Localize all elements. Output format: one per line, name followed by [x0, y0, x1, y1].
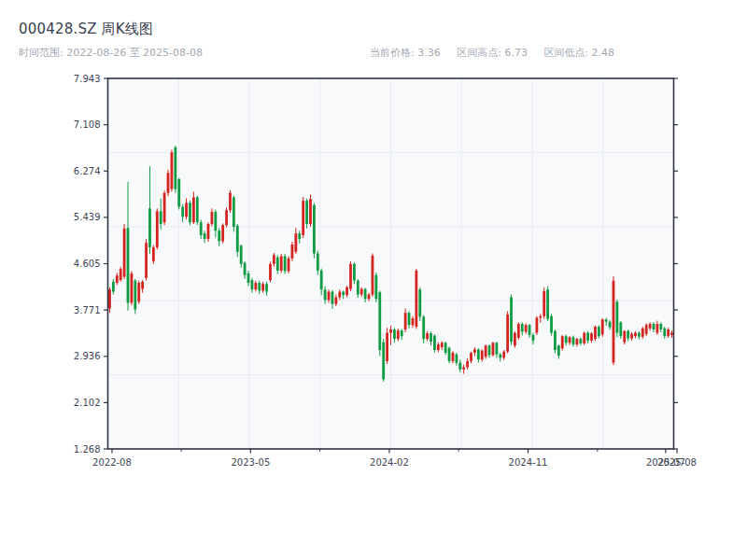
date-range-label: 时间范围: 2022-08-26 至 2025-08-08: [19, 46, 203, 60]
candle-body: [470, 353, 472, 361]
candle-body: [630, 334, 633, 339]
candle-body: [120, 269, 122, 280]
candle-body: [529, 325, 531, 335]
candle-body: [221, 225, 224, 241]
kline-window: 000428.SZ 周K线图 时间范围: 2022-08-26 至 2025-0…: [0, 0, 747, 560]
candle-body: [656, 324, 659, 333]
candle-body: [240, 245, 243, 264]
candle-body: [535, 318, 538, 333]
candle-body: [605, 319, 608, 321]
x-tick-label: 2022-08: [92, 457, 132, 468]
candle-body: [623, 331, 626, 343]
x-tick-label: 2025-08: [657, 457, 697, 468]
candle-body: [345, 287, 348, 295]
candle-body: [393, 329, 396, 339]
candle-body: [521, 324, 524, 331]
candle-body: [331, 292, 334, 304]
candle-body: [514, 333, 516, 346]
candle-body: [386, 333, 388, 361]
candle-body: [174, 147, 176, 189]
candle-body: [167, 173, 170, 192]
candle-body: [645, 325, 648, 334]
candle-body: [462, 367, 465, 369]
candle-body: [305, 201, 308, 224]
candle-body: [579, 339, 582, 343]
candle-body: [342, 292, 345, 296]
candle-body: [565, 336, 568, 343]
candle-body: [601, 319, 604, 334]
candle-body: [349, 264, 352, 289]
range-high-stat: 区间高点: 6.73: [457, 47, 528, 59]
candle-body: [653, 324, 655, 329]
candle-body: [546, 289, 549, 319]
candle-body: [481, 351, 484, 360]
candle-body: [244, 263, 247, 275]
candle-body: [554, 331, 557, 350]
x-tick-label: 2024-11: [509, 457, 548, 468]
candle-body: [123, 229, 126, 277]
candle-body: [613, 281, 615, 363]
y-tick-label: 7.108: [74, 119, 101, 130]
candle-body: [477, 349, 480, 359]
candle-body: [583, 333, 585, 343]
candle-body: [525, 325, 528, 331]
candle-body: [638, 333, 641, 337]
candle-body: [627, 331, 629, 339]
candle-body: [389, 329, 392, 333]
candle-body: [152, 247, 155, 261]
candle-body: [177, 179, 180, 207]
candle-body: [280, 257, 283, 271]
candle-body: [131, 273, 134, 303]
y-tick-label: 4.605: [74, 259, 101, 269]
candle-body: [357, 281, 359, 295]
candle-body: [218, 231, 220, 241]
y-tick-label: 7.943: [74, 74, 101, 84]
candle-body: [247, 273, 250, 283]
candle-body: [261, 284, 264, 290]
candle-body: [415, 271, 417, 327]
candle-body: [502, 352, 505, 358]
y-tick-label: 5.439: [74, 212, 101, 222]
candle-body: [441, 343, 444, 347]
candle-body: [422, 316, 425, 339]
candle-body: [634, 333, 637, 337]
candle-body: [163, 193, 166, 223]
y-tick-label: 2.936: [74, 351, 101, 361]
candle-body: [510, 298, 513, 343]
candle-body: [265, 284, 268, 291]
candle-body: [492, 343, 495, 355]
candle-body: [294, 233, 297, 252]
kline-chart: 7.9437.1086.2745.4394.6053.7712.9362.102…: [0, 0, 747, 560]
candle-body: [594, 327, 597, 339]
candle-body: [532, 335, 535, 341]
candle-body: [569, 337, 571, 343]
candle-body: [397, 330, 400, 339]
candle-body: [649, 324, 652, 329]
candle-body: [134, 281, 136, 310]
candle-body: [433, 336, 436, 350]
candle-body: [667, 329, 669, 336]
candle-body: [619, 322, 622, 336]
candle-body: [284, 257, 287, 272]
candle-body: [473, 349, 476, 353]
candle-body: [444, 343, 447, 353]
candle-body: [466, 361, 469, 368]
candle-body: [550, 316, 553, 333]
candle-body: [616, 301, 619, 332]
candle-body: [426, 333, 429, 339]
candle-body: [374, 275, 377, 300]
candle-body: [590, 333, 593, 341]
candle-body: [204, 233, 206, 239]
candle-body: [127, 228, 130, 302]
candle-body: [229, 193, 232, 210]
candle-body: [320, 271, 323, 289]
candle-body: [291, 245, 294, 259]
candle-body: [269, 264, 272, 280]
candle-body: [288, 259, 290, 272]
candle-body: [141, 282, 144, 289]
candle-body: [200, 222, 203, 235]
candle-body: [251, 280, 254, 289]
candle-body: [108, 289, 111, 308]
candle-body: [539, 316, 542, 318]
candle-body: [156, 211, 159, 247]
